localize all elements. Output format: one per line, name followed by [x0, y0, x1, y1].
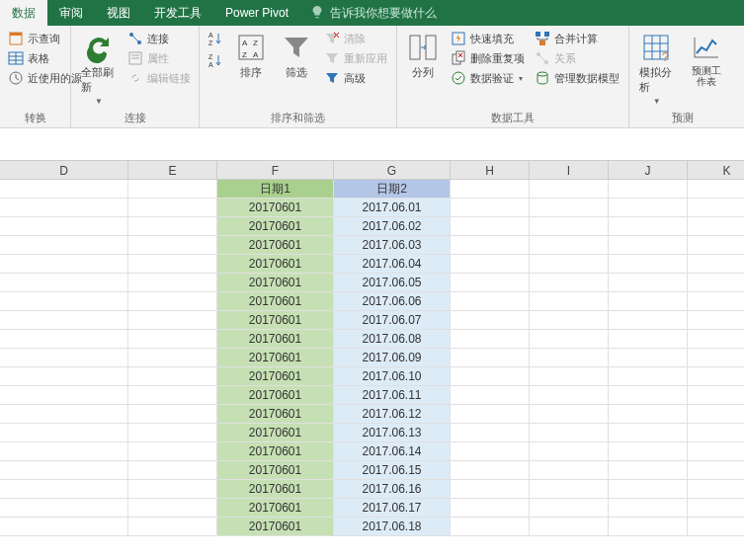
tab-data[interactable]: 数据 — [0, 0, 47, 26]
reapply-button[interactable]: 重新应用 — [322, 49, 389, 67]
tab-power-pivot[interactable]: Power Pivot — [213, 0, 300, 26]
cell[interactable] — [688, 367, 744, 386]
col-header-J[interactable]: J — [609, 161, 688, 179]
cell[interactable] — [688, 442, 744, 461]
cell[interactable] — [451, 386, 530, 405]
cell[interactable] — [128, 405, 217, 424]
cell[interactable] — [688, 461, 744, 480]
cell[interactable] — [688, 292, 744, 311]
cell[interactable]: 2017.06.17 — [334, 499, 451, 518]
cell[interactable]: 日期1 — [217, 180, 334, 199]
cell[interactable]: 20170601 — [217, 199, 334, 217]
cell[interactable] — [609, 311, 688, 330]
cell[interactable] — [609, 442, 688, 461]
cell[interactable] — [609, 518, 688, 536]
connections-button[interactable]: 连接 — [125, 30, 193, 47]
cell[interactable] — [530, 292, 609, 311]
cell[interactable] — [0, 311, 128, 330]
cell[interactable]: 日期2 — [334, 180, 451, 199]
cell[interactable]: 20170601 — [217, 386, 334, 405]
cell[interactable]: 20170601 — [217, 442, 334, 461]
cell[interactable]: 2017.06.01 — [334, 199, 451, 217]
tab-view[interactable]: 视图 — [95, 0, 142, 26]
remove-duplicates-button[interactable]: 删除重复项 — [449, 49, 527, 67]
properties-button[interactable]: 属性 — [125, 49, 193, 67]
cell[interactable] — [530, 442, 609, 461]
cell[interactable] — [0, 217, 128, 236]
cell[interactable] — [530, 236, 609, 255]
cell[interactable] — [128, 499, 217, 518]
cell[interactable] — [128, 518, 217, 536]
cell[interactable] — [609, 461, 688, 480]
cell[interactable]: 2017.06.14 — [334, 442, 451, 461]
cell[interactable] — [128, 199, 217, 217]
cell[interactable]: 2017.06.12 — [334, 405, 451, 424]
cell[interactable] — [128, 424, 217, 442]
whatif-button[interactable]: ? 模拟分析 ▼ — [635, 30, 678, 108]
cell[interactable] — [451, 217, 530, 236]
cell[interactable] — [609, 236, 688, 255]
col-header-H[interactable]: H — [451, 161, 530, 179]
cell[interactable] — [451, 442, 530, 461]
cell[interactable] — [688, 518, 744, 536]
cell[interactable] — [609, 199, 688, 217]
advanced-filter-button[interactable]: 高级 — [322, 69, 389, 87]
cell[interactable] — [451, 292, 530, 311]
cell[interactable] — [609, 424, 688, 442]
col-header-E[interactable]: E — [128, 161, 217, 179]
cell[interactable]: 2017.06.13 — [334, 424, 451, 442]
cell[interactable] — [451, 199, 530, 217]
cell[interactable] — [0, 349, 128, 367]
sort-button[interactable]: AZZA 排序 — [231, 30, 271, 82]
cell[interactable] — [451, 518, 530, 536]
edit-links-button[interactable]: 编辑链接 — [125, 69, 193, 87]
cell[interactable] — [451, 255, 530, 274]
cell[interactable] — [688, 330, 744, 349]
cell[interactable] — [688, 180, 744, 199]
cell[interactable] — [688, 386, 744, 405]
cell[interactable]: 2017.06.16 — [334, 480, 451, 499]
cell[interactable] — [128, 311, 217, 330]
cell[interactable] — [688, 499, 744, 518]
cell[interactable] — [609, 180, 688, 199]
cell[interactable]: 2017.06.09 — [334, 349, 451, 367]
cell[interactable] — [609, 405, 688, 424]
cell[interactable] — [0, 424, 128, 442]
cell[interactable] — [451, 349, 530, 367]
cell[interactable] — [530, 180, 609, 199]
cell[interactable] — [128, 217, 217, 236]
cell[interactable]: 2017.06.08 — [334, 330, 451, 349]
cells-area[interactable]: 日期1日期2201706012017.06.01201706012017.06.… — [0, 180, 744, 536]
cell[interactable] — [0, 274, 128, 292]
cell[interactable] — [530, 311, 609, 330]
text-to-columns-button[interactable]: 分列 — [403, 30, 443, 82]
cell[interactable]: 20170601 — [217, 255, 334, 274]
cell[interactable] — [0, 518, 128, 536]
cell[interactable] — [530, 330, 609, 349]
refresh-all-button[interactable]: 全部刷新 ▼ — [77, 30, 120, 108]
sort-asc-button[interactable]: AZ — [206, 30, 225, 47]
cell[interactable] — [451, 311, 530, 330]
cell[interactable] — [451, 480, 530, 499]
cell[interactable] — [609, 274, 688, 292]
sort-desc-button[interactable]: ZA — [206, 51, 225, 69]
cell[interactable]: 2017.06.05 — [334, 274, 451, 292]
col-header-G[interactable]: G — [334, 161, 451, 179]
cell[interactable] — [451, 499, 530, 518]
col-header-I[interactable]: I — [530, 161, 609, 179]
cell[interactable]: 2017.06.11 — [334, 386, 451, 405]
cell[interactable] — [609, 386, 688, 405]
cell[interactable] — [609, 349, 688, 367]
cell[interactable] — [688, 217, 744, 236]
cell[interactable]: 20170601 — [217, 499, 334, 518]
cell[interactable] — [0, 480, 128, 499]
cell[interactable] — [128, 480, 217, 499]
cell[interactable] — [688, 405, 744, 424]
cell[interactable] — [451, 424, 530, 442]
cell[interactable] — [451, 461, 530, 480]
cell[interactable]: 2017.06.15 — [334, 461, 451, 480]
cell[interactable] — [451, 274, 530, 292]
cell[interactable] — [0, 236, 128, 255]
cell[interactable] — [128, 236, 217, 255]
cell[interactable] — [128, 255, 217, 274]
